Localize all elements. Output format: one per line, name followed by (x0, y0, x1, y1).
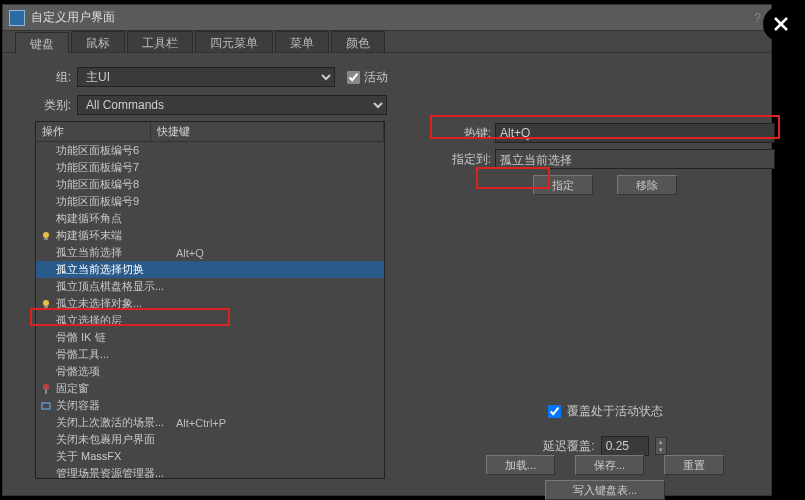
content-area: 组: 主UI 活动 类别: All Commands 操作 快捷键 功能区面板编… (3, 53, 771, 493)
titlebar: 自定义用户界面 ? (3, 5, 771, 31)
close-icon (772, 15, 790, 33)
list-item[interactable]: 关闭上次激活的场景...Alt+Ctrl+P (36, 414, 384, 431)
item-label: 构建循环末端 (56, 228, 174, 243)
svg-rect-6 (42, 403, 50, 409)
list-item[interactable]: 功能区面板编号7 (36, 159, 384, 176)
list-item[interactable]: 功能区面板编号8 (36, 176, 384, 193)
app-icon (9, 10, 25, 26)
tab-4[interactable]: 菜单 (275, 31, 329, 52)
override-checkbox[interactable] (548, 405, 561, 418)
delay-spinner: 延迟覆盖: ▲▼ (435, 436, 775, 456)
pin-icon (40, 383, 54, 395)
item-shortcut: Alt+Ctrl+P (176, 417, 226, 429)
active-label: 活动 (364, 69, 388, 86)
list-item[interactable]: 关于 MassFX (36, 448, 384, 465)
item-label: 孤立当前选择切换 (56, 262, 174, 277)
item-label: 孤立当前选择 (56, 245, 174, 260)
window-title: 自定义用户界面 (31, 9, 754, 26)
blank-icon (40, 366, 54, 378)
category-select[interactable]: All Commands (77, 95, 387, 115)
list-header: 操作 快捷键 (36, 122, 384, 142)
right-panel: 热键: 指定到: 孤立当前选择 指定 移除 (435, 123, 775, 195)
spinner-buttons[interactable]: ▲▼ (655, 437, 667, 455)
active-checkbox-wrap[interactable]: 活动 (347, 69, 388, 86)
hotkey-input[interactable] (495, 123, 775, 143)
tab-3[interactable]: 四元菜单 (195, 31, 273, 52)
blank-icon (40, 264, 54, 276)
tab-0[interactable]: 键盘 (15, 32, 69, 53)
spinner-up-icon[interactable]: ▲ (656, 438, 666, 446)
list-item[interactable]: 关闭容器 (36, 397, 384, 414)
override-checkbox-wrap[interactable]: 覆盖处于活动状态 (435, 403, 775, 420)
blank-icon (40, 179, 54, 191)
save-button[interactable]: 保存... (575, 455, 644, 475)
category-label: 类别: (31, 97, 71, 114)
blank-icon (40, 213, 54, 225)
list-item[interactable]: 孤立未选择对象... (36, 295, 384, 312)
action-list: 操作 快捷键 功能区面板编号6功能区面板编号7功能区面板编号8功能区面板编号9构… (35, 121, 385, 479)
svg-point-0 (43, 232, 49, 238)
item-label: 孤立顶点棋盘格显示... (56, 279, 174, 294)
active-checkbox[interactable] (347, 71, 360, 84)
list-item[interactable]: 构建循环末端 (36, 227, 384, 244)
write-keyboard-button[interactable]: 写入键盘表... (545, 480, 665, 500)
tab-bar: 键盘鼠标工具栏四元菜单菜单颜色 (3, 31, 771, 53)
item-label: 关于 MassFX (56, 449, 174, 464)
list-item[interactable]: 功能区面板编号6 (36, 142, 384, 159)
svg-rect-3 (44, 306, 48, 308)
delay-label: 延迟覆盖: (543, 438, 594, 455)
list-item[interactable]: 关闭未包裹用户界面 (36, 431, 384, 448)
blank-icon (40, 145, 54, 157)
bulb-icon (40, 298, 54, 310)
item-label: 关闭容器 (56, 398, 174, 413)
assigned-to-value: 孤立当前选择 (495, 149, 775, 169)
help-icon[interactable]: ? (754, 11, 761, 25)
close-button[interactable] (763, 6, 799, 42)
delay-input[interactable] (601, 436, 649, 456)
group-label: 组: (31, 69, 71, 86)
item-label: 功能区面板编号6 (56, 143, 174, 158)
tab-2[interactable]: 工具栏 (127, 31, 193, 52)
item-label: 孤立未选择对象... (56, 296, 174, 311)
item-label: 功能区面板编号9 (56, 194, 174, 209)
list-item[interactable]: 功能区面板编号9 (36, 193, 384, 210)
tab-1[interactable]: 鼠标 (71, 31, 125, 52)
hotkey-label: 热键: (435, 125, 491, 142)
load-button[interactable]: 加载... (486, 455, 555, 475)
list-item[interactable]: 固定窗 (36, 380, 384, 397)
blank-icon (40, 468, 54, 479)
blank-icon (40, 434, 54, 446)
bottom-panel: 覆盖处于活动状态 延迟覆盖: ▲▼ 写入键盘表... (435, 403, 775, 500)
override-label: 覆盖处于活动状态 (567, 403, 663, 420)
list-item[interactable]: 孤立当前选择切换 (36, 261, 384, 278)
list-body[interactable]: 功能区面板编号6功能区面板编号7功能区面板编号8功能区面板编号9构建循环角点构建… (36, 142, 384, 478)
col-shortcut[interactable]: 快捷键 (151, 122, 384, 141)
item-shortcut: Alt+Q (176, 247, 204, 259)
blank-icon (40, 417, 54, 429)
group-select[interactable]: 主UI (77, 67, 335, 87)
col-action[interactable]: 操作 (36, 122, 151, 141)
svg-rect-5 (45, 389, 47, 394)
tab-5[interactable]: 颜色 (331, 31, 385, 52)
item-label: 关闭上次激活的场景... (56, 415, 174, 430)
spinner-down-icon[interactable]: ▼ (656, 446, 666, 454)
blank-icon (40, 162, 54, 174)
svg-point-2 (43, 300, 49, 306)
list-item[interactable]: 孤立顶点棋盘格显示... (36, 278, 384, 295)
assign-button[interactable]: 指定 (533, 175, 593, 195)
list-item[interactable]: 管理场景资源管理器... (36, 465, 384, 478)
reset-button[interactable]: 重置 (664, 455, 724, 475)
list-item[interactable]: 孤立当前选择Alt+Q (36, 244, 384, 261)
blank-icon (40, 349, 54, 361)
remove-button[interactable]: 移除 (617, 175, 677, 195)
container-icon (40, 400, 54, 412)
list-item[interactable]: 骨骼选项 (36, 363, 384, 380)
item-label: 孤立选择的层 (56, 313, 174, 328)
list-item[interactable]: 孤立选择的层 (36, 312, 384, 329)
list-item[interactable]: 骨骼工具... (36, 346, 384, 363)
item-label: 固定窗 (56, 381, 174, 396)
list-item[interactable]: 骨骼 IK 链 (36, 329, 384, 346)
item-label: 骨骼选项 (56, 364, 174, 379)
bulb-icon (40, 230, 54, 242)
list-item[interactable]: 构建循环角点 (36, 210, 384, 227)
